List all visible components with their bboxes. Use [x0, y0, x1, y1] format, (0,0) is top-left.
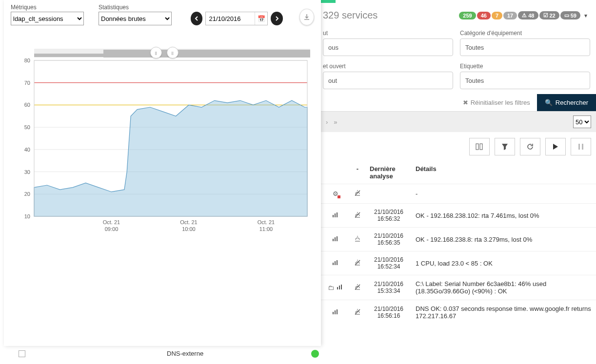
chart-icon[interactable] — [337, 284, 343, 291]
range-handle-right[interactable]: || — [167, 47, 179, 58]
svg-text:Oct. 21: Oct. 21 — [258, 219, 275, 225]
svg-rect-34 — [333, 239, 334, 241]
filter-ticket-label: et ouvert — [323, 63, 453, 70]
svg-rect-42 — [339, 286, 340, 289]
row-date: 21/10/201615:33:34 — [370, 281, 408, 294]
bottom-row: DNS-externe — [19, 350, 589, 357]
columns-button[interactable] — [469, 138, 490, 155]
mute-icon[interactable] — [354, 189, 361, 198]
table-row[interactable]: 21/10/201616:52:341 CPU, load 23.0 < 85 … — [321, 251, 596, 275]
prev-date-button[interactable] — [191, 12, 203, 25]
svg-rect-30 — [333, 215, 334, 217]
play-button[interactable] — [545, 138, 566, 155]
svg-text:70: 70 — [24, 80, 30, 86]
table-body: ⚙-21/10/201616:56:32OK - 192.168.238.102… — [321, 184, 596, 325]
filter-button[interactable] — [495, 138, 515, 155]
date-picker[interactable]: 📅 — [205, 12, 268, 25]
svg-text:40: 40 — [24, 147, 30, 153]
mute-icon[interactable] — [354, 259, 361, 268]
status-badge[interactable]: ⚠48 — [518, 11, 538, 19]
mute-icon[interactable] — [354, 283, 361, 292]
row-details: OK - 192.168.238.102: rta 7.461ms, lost … — [408, 212, 591, 219]
table-row[interactable]: 🗀 21/10/201615:33:34C:\ Label: Serial Nu… — [321, 275, 596, 300]
table-row[interactable]: 21/10/201616:56:35OK - 192.168.238.8: rt… — [321, 227, 596, 251]
svg-text:60: 60 — [24, 102, 30, 108]
range-handle-left[interactable]: || — [150, 47, 162, 58]
chart-icon[interactable] — [332, 236, 339, 243]
header-lastcheck: Dernière analyse — [370, 165, 408, 180]
pager-last-icon[interactable]: » — [334, 118, 337, 126]
stat-select[interactable]: Données brutes — [99, 12, 172, 25]
svg-rect-26 — [480, 144, 482, 150]
service-name: DNS-externe — [167, 350, 203, 357]
svg-rect-46 — [335, 310, 336, 314]
table-row[interactable]: 21/10/201616:56:32OK - 192.168.238.102: … — [321, 203, 596, 227]
svg-rect-38 — [335, 261, 336, 265]
svg-rect-32 — [337, 212, 338, 217]
table-row[interactable]: 21/10/201616:56:16DNS OK: 0.037 seconds … — [321, 300, 596, 325]
svg-text:50: 50 — [24, 124, 30, 130]
row-checkbox[interactable] — [19, 350, 25, 357]
filter-category-input[interactable] — [460, 38, 590, 56]
status-badge[interactable]: 17 — [503, 12, 517, 19]
calendar-icon[interactable]: 📅 — [255, 12, 267, 25]
status-badge[interactable]: ☑22 — [539, 11, 559, 19]
download-button[interactable] — [299, 9, 314, 25]
filter-status-label: ut — [323, 30, 453, 37]
status-badge[interactable]: 7 — [492, 12, 502, 19]
gear-icon[interactable]: ⚙ — [333, 190, 338, 197]
folder-icon[interactable]: 🗀 — [328, 284, 334, 291]
chart-icon[interactable] — [332, 260, 339, 267]
metric-select[interactable]: ldap_clt_sessions — [11, 12, 84, 25]
table-header: - Dernière analyse Détails — [321, 161, 596, 184]
badges-menu-icon[interactable]: ▾ — [581, 12, 590, 19]
chart-icon[interactable] — [332, 212, 339, 219]
chart-zone: || || 1020304050607080Oct. 2109:00Oct. 2… — [11, 49, 314, 238]
search-icon: 🔍 — [545, 99, 553, 106]
row-details: 1 CPU, load 23.0 < 85 : OK — [408, 260, 591, 267]
search-button[interactable]: 🔍Rechercher — [537, 94, 596, 111]
pager-next-icon[interactable]: › — [326, 118, 328, 126]
metric-label: Métriques — [11, 4, 84, 11]
mute-icon[interactable] — [354, 235, 361, 244]
svg-text:10:00: 10:00 — [182, 226, 196, 232]
filter-status-input[interactable] — [323, 38, 453, 56]
table-row[interactable]: ⚙- — [321, 184, 596, 203]
filter-tag-label: Etiquette — [460, 63, 590, 70]
svg-rect-36 — [337, 236, 338, 241]
status-badge[interactable]: 46 — [477, 12, 491, 19]
mute-icon[interactable] — [354, 308, 361, 317]
svg-rect-25 — [476, 144, 478, 150]
refresh-button[interactable] — [520, 138, 540, 155]
row-date: 21/10/201616:56:16 — [370, 306, 408, 319]
chart-icon[interactable] — [332, 309, 339, 316]
status-badge[interactable]: 259 — [459, 12, 476, 19]
next-date-button[interactable] — [271, 12, 283, 25]
svg-rect-35 — [335, 237, 336, 241]
row-details: C:\ Label: Serial Number 6c3ae8b1: 46% u… — [408, 280, 591, 295]
svg-text:80: 80 — [24, 57, 30, 63]
svg-rect-41 — [337, 287, 338, 289]
svg-rect-47 — [337, 309, 338, 314]
svg-rect-37 — [333, 263, 334, 265]
pause-button[interactable] — [571, 138, 591, 155]
page-size-select[interactable]: 50 — [573, 115, 591, 128]
pager-nav: › » — [326, 118, 338, 126]
svg-text:10: 10 — [24, 213, 30, 219]
row-date: 21/10/201616:52:34 — [370, 256, 408, 270]
svg-text:30: 30 — [24, 169, 30, 175]
filter-category-label: Catégorie d'équipement — [460, 30, 590, 37]
reset-filters-button[interactable]: ✖Réinitialiser les filtres — [456, 94, 537, 111]
svg-rect-31 — [335, 213, 336, 217]
row-details: OK - 192.168.238.8: rta 3.279ms, lost 0% — [408, 236, 591, 243]
filter-tag-input[interactable] — [460, 72, 590, 89]
services-count-title: 329 services — [323, 10, 377, 21]
header-dash: - — [345, 165, 370, 180]
main-chart: 1020304050607080Oct. 2109:00Oct. 2110:00… — [11, 57, 311, 238]
svg-text:Oct. 21: Oct. 21 — [180, 219, 197, 225]
status-badge[interactable]: ▭59 — [560, 11, 580, 19]
range-navigator[interactable]: || || — [34, 49, 310, 57]
mute-icon[interactable] — [354, 211, 361, 220]
date-input[interactable] — [206, 12, 255, 25]
filter-ticket-input[interactable] — [323, 72, 453, 89]
